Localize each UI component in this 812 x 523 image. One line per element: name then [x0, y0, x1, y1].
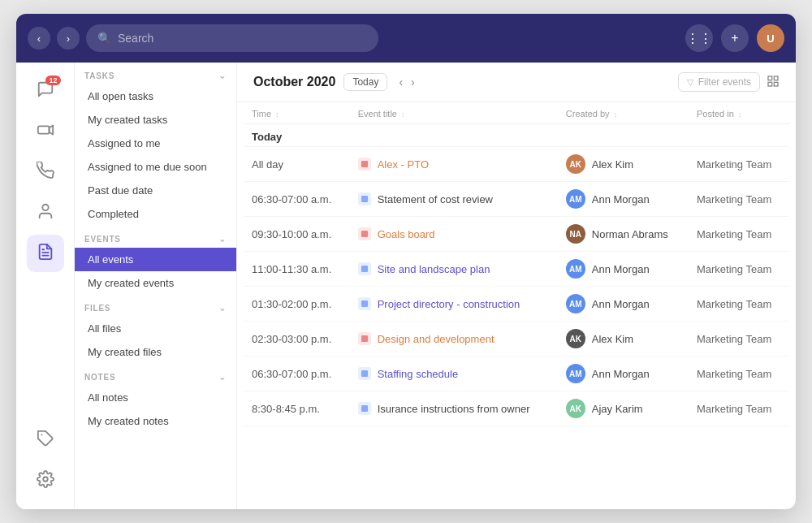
search-input[interactable] [118, 32, 367, 45]
event-title-link[interactable]: Goals board [378, 228, 435, 240]
tasks-section-chevron[interactable]: ⌄ [218, 71, 227, 81]
nav-item-all-notes[interactable]: All notes [75, 386, 236, 409]
forward-button[interactable]: › [57, 27, 80, 50]
col-created-by[interactable]: Created by ↕ [558, 102, 689, 124]
created-by-cell: AM Ann Morgan [558, 252, 689, 287]
svg-rect-10 [774, 82, 778, 86]
top-nav: ‹ › 🔍 ⋮⋮ + U [16, 14, 796, 63]
user-name: Ajay Karim [592, 403, 643, 415]
tasks-icon [37, 243, 54, 265]
svg-rect-8 [774, 76, 778, 80]
col-time[interactable]: Time ↕ [244, 102, 350, 124]
time-cell: 02:30-03:00 p.m. [244, 322, 350, 357]
notes-section-label: NOTES [84, 373, 115, 382]
filter-events-input[interactable]: ▽ Filter events [678, 72, 760, 92]
nav-item-all-files[interactable]: All files [75, 317, 236, 340]
sidebar-item-chat[interactable]: 12 [27, 72, 64, 110]
event-cell: Alex - PTO [350, 147, 558, 182]
view-toggle-button[interactable] [767, 75, 780, 90]
notes-section-header: NOTES ⌄ [75, 364, 236, 386]
chat-badge: 12 [45, 76, 60, 85]
nav-item-my-created-notes[interactable]: My created notes [75, 409, 236, 433]
svg-rect-9 [768, 82, 772, 86]
user-name: Alex Kim [592, 158, 633, 171]
notes-section-chevron[interactable]: ⌄ [218, 372, 227, 383]
svg-point-6 [43, 477, 48, 482]
prev-month-button[interactable]: ‹ [395, 74, 406, 90]
time-cell: All day [244, 147, 350, 182]
posted-in-cell: Marketing Team [689, 287, 789, 322]
sidebar-item-integrations[interactable] [27, 421, 64, 459]
sidebar-item-contacts[interactable] [27, 194, 64, 231]
sidebar-item-phone[interactable] [27, 153, 64, 191]
time-cell: 8:30-8:45 p.m. [244, 391, 350, 426]
filter-icon: ▽ [687, 77, 693, 88]
next-month-button[interactable]: › [408, 74, 418, 90]
created-by-cell: AM Ann Morgan [558, 357, 689, 391]
user-avatar: AM [566, 189, 585, 209]
created-by-cell: AK Alex Kim [558, 322, 689, 357]
nav-item-assigned-to-me[interactable]: Assigned to me [75, 132, 236, 155]
col-posted-in[interactable]: Posted in ↕ [689, 102, 789, 124]
contacts-icon [37, 202, 54, 224]
user-avatar: AK [566, 154, 585, 174]
sidebar-item-settings[interactable] [27, 462, 64, 499]
sidebar-item-video[interactable] [27, 113, 64, 150]
files-section-label: FILES [84, 304, 110, 313]
event-cell: Staffing schedule [350, 357, 558, 391]
event-type-icon [358, 192, 371, 205]
main-area: 12 [16, 63, 796, 509]
created-by-cell: NA Norman Abrams [558, 217, 689, 252]
nav-item-past-due-date[interactable]: Past due date [75, 179, 236, 202]
puzzle-icon [37, 430, 54, 452]
search-icon: 🔍 [97, 32, 111, 45]
event-type-icon [358, 297, 371, 310]
sort-icon-created: ↕ [614, 110, 618, 119]
event-type-icon [358, 402, 371, 415]
avatar[interactable]: U [757, 24, 784, 52]
event-title-link[interactable]: Staffing schedule [378, 368, 459, 380]
nav-item-my-created-files[interactable]: My created files [75, 340, 236, 364]
posted-in-cell: Marketing Team [689, 147, 789, 182]
filter-bar: ▽ Filter events [678, 72, 780, 92]
back-button[interactable]: ‹ [28, 27, 50, 50]
nav-item-all-open-tasks[interactable]: All open tasks [75, 84, 236, 108]
event-title-link[interactable]: Site and landscape plan [378, 263, 490, 275]
nav-item-my-created-tasks[interactable]: My created tasks [75, 108, 236, 132]
content-area: October 2020 Today ‹ › ▽ Filter events [237, 63, 796, 509]
created-by-cell: AK Alex Kim [558, 147, 689, 182]
grid-apps-button[interactable]: ⋮⋮ [685, 24, 713, 52]
created-by-cell: AM Ann Morgan [558, 182, 689, 217]
user-avatar: NA [566, 224, 585, 244]
phone-icon [37, 162, 54, 184]
created-by-cell: AM Ann Morgan [558, 287, 689, 322]
nav-item-all-events[interactable]: All events [75, 248, 236, 271]
event-type-icon [358, 158, 371, 171]
event-cell: Design and development [350, 322, 558, 357]
col-event-title[interactable]: Event title ↕ [350, 102, 558, 124]
time-cell: 06:30-07:00 a.m. [244, 182, 350, 217]
user-avatar: AK [566, 329, 585, 348]
user-name: Ann Morgan [592, 263, 650, 275]
user-name: Ann Morgan [592, 193, 650, 205]
month-title: October 2020 [253, 75, 335, 89]
files-section-chevron[interactable]: ⌄ [218, 303, 227, 313]
svg-rect-0 [37, 126, 49, 133]
nav-item-completed[interactable]: Completed [75, 202, 236, 226]
sidebar-item-tasks[interactable] [27, 235, 64, 272]
event-title-link[interactable]: Design and development [378, 333, 495, 345]
tasks-section-label: TASKS [84, 71, 114, 80]
today-button[interactable]: Today [343, 73, 387, 91]
event-type-icon [358, 262, 371, 275]
table-row: 01:30-02:00 p.m. Project directory - con… [244, 287, 789, 322]
event-title-link[interactable]: Alex - PTO [378, 158, 429, 171]
time-cell: 11:00-11:30 a.m. [244, 252, 350, 287]
events-section-chevron[interactable]: ⌄ [218, 234, 227, 244]
posted-in-cell: Marketing Team [689, 357, 789, 391]
svg-marker-1 [49, 125, 53, 134]
add-button[interactable]: + [721, 24, 749, 52]
nav-item-assigned-due-soon[interactable]: Assigned to me due soon [75, 155, 236, 179]
user-name: Norman Abrams [592, 228, 668, 240]
nav-item-my-created-events[interactable]: My created events [75, 271, 236, 295]
event-title-link[interactable]: Project directory - construction [378, 298, 520, 310]
